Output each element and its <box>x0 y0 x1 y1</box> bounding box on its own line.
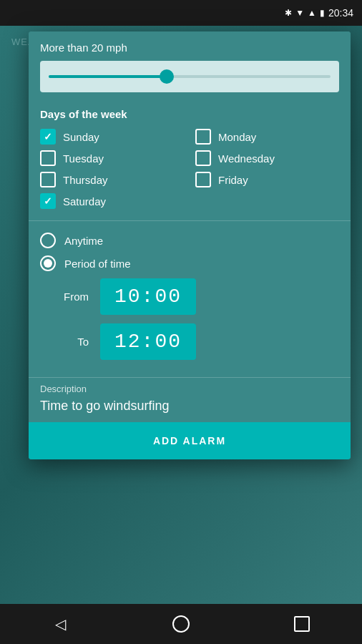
status-bar: ✱ ▼ ▲ ▮ 20:34 <box>0 0 362 26</box>
slider-fill <box>49 75 167 78</box>
description-label: Description <box>40 384 339 394</box>
day-item-thursday[interactable]: Thursday <box>40 172 184 187</box>
day-label-thursday: Thursday <box>63 174 108 186</box>
to-time-value: 12:00 <box>114 331 182 353</box>
from-label: From <box>46 291 89 303</box>
description-section: Description Time to go windsurfing <box>29 377 351 422</box>
day-label-monday: Monday <box>218 131 256 143</box>
from-time-value: 10:00 <box>114 286 182 308</box>
checkbox-wednesday[interactable] <box>195 150 211 166</box>
home-button[interactable] <box>167 610 195 638</box>
back-button[interactable] <box>46 610 74 638</box>
checkbox-tuesday[interactable] <box>40 150 56 166</box>
days-grid: Sunday Monday Tuesday Wednesday Thursday <box>40 129 339 209</box>
battery-icon: ▮ <box>320 8 325 18</box>
checkbox-friday[interactable] <box>195 172 211 187</box>
to-time-display[interactable]: 12:00 <box>100 323 196 360</box>
day-label-wednesday: Wednesday <box>218 152 275 165</box>
signal-icon: ▲ <box>308 8 316 18</box>
days-section: Days of the week Sunday Monday Tuesday W… <box>29 98 351 215</box>
radio-anytime[interactable]: Anytime <box>40 233 339 248</box>
to-label: To <box>46 336 89 348</box>
slider-thumb[interactable] <box>160 69 174 84</box>
day-label-tuesday: Tuesday <box>63 152 104 165</box>
time-section: Anytime Period of time From 10:00 To 12:… <box>29 227 351 377</box>
from-time-row: From 10:00 <box>40 278 339 315</box>
alarm-modal: More than 20 mph Days of the week Sunday… <box>29 31 351 459</box>
day-item-sunday[interactable]: Sunday <box>40 129 184 145</box>
description-value[interactable]: Time to go windsurfing <box>40 399 339 414</box>
radio-period-label: Period of time <box>64 258 131 270</box>
speed-slider-container <box>40 61 339 92</box>
checkbox-saturday[interactable] <box>40 193 56 209</box>
radio-anytime-label: Anytime <box>64 235 103 247</box>
bluetooth-icon: ✱ <box>285 8 292 18</box>
from-time-display[interactable]: 10:00 <box>100 278 196 315</box>
radio-anytime-button[interactable] <box>40 233 56 248</box>
to-time-row: To 12:00 <box>40 323 339 360</box>
speed-section: More than 20 mph <box>29 31 351 98</box>
day-item-tuesday[interactable]: Tuesday <box>40 150 184 166</box>
checkbox-monday[interactable] <box>195 129 211 145</box>
wifi-icon: ▼ <box>295 8 304 18</box>
bottom-nav <box>0 604 362 644</box>
day-item-wednesday[interactable]: Wednesday <box>195 150 339 166</box>
day-item-monday[interactable]: Monday <box>195 129 339 145</box>
speed-label: More than 20 mph <box>40 42 339 54</box>
day-item-saturday[interactable]: Saturday <box>40 193 184 209</box>
day-item-friday[interactable]: Friday <box>195 172 339 187</box>
checkbox-thursday[interactable] <box>40 172 56 187</box>
add-alarm-button[interactable]: ADD ALARM <box>29 422 351 459</box>
days-title: Days of the week <box>40 108 339 120</box>
day-label-saturday: Saturday <box>63 195 106 208</box>
status-time: 20:34 <box>328 7 353 19</box>
radio-period-button[interactable] <box>40 255 56 271</box>
slider-track <box>49 75 331 78</box>
day-label-friday: Friday <box>218 174 248 186</box>
checkbox-sunday[interactable] <box>40 129 56 145</box>
divider-1 <box>29 220 351 221</box>
day-label-sunday: Sunday <box>63 131 99 143</box>
radio-period[interactable]: Period of time <box>40 255 339 271</box>
recent-button[interactable] <box>288 610 316 638</box>
status-icons: ✱ ▼ ▲ ▮ 20:34 <box>285 7 353 19</box>
